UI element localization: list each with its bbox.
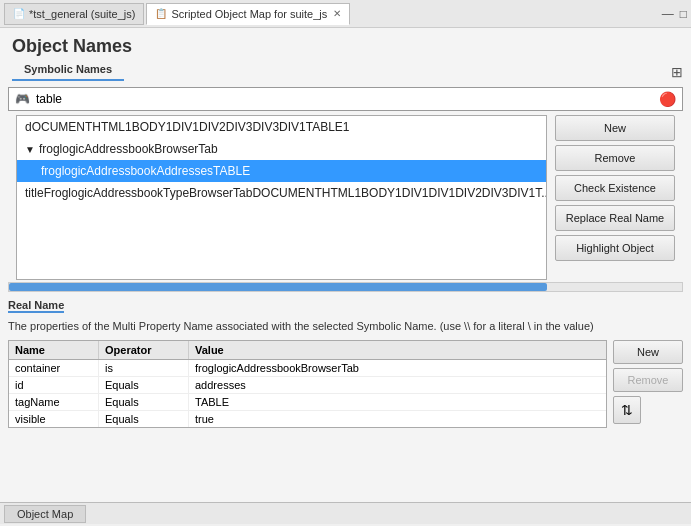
cell-operator: Equals: [99, 394, 189, 410]
search-input[interactable]: [36, 92, 659, 106]
cell-operator: Equals: [99, 377, 189, 393]
bottom-tab-bar: Object Map: [0, 502, 691, 524]
cell-operator: is: [99, 360, 189, 376]
table-area: Name Operator Value container is froglog…: [8, 340, 683, 428]
list-item-selected[interactable]: froglogicAddressbookAddressesTABLE: [17, 160, 546, 182]
move-icon-button[interactable]: ⇅: [613, 396, 641, 424]
grid-icon: ⊞: [671, 64, 683, 80]
scrollbar-thumb: [9, 283, 547, 291]
list-item-label: froglogicAddressbookAddressesTABLE: [41, 164, 250, 178]
list-item[interactable]: dOCUMENTHTML1BODY1DIV1DIV2DIV3DIV3DIV1TA…: [17, 116, 546, 138]
page-title: Object Names: [0, 28, 691, 61]
table-row[interactable]: tagName Equals TABLE: [9, 394, 606, 411]
table-row[interactable]: visible Equals true: [9, 411, 606, 427]
tab-label-2: Scripted Object Map for suite_js: [171, 8, 327, 20]
cell-value: true: [189, 411, 606, 427]
tab-scripted-object-map[interactable]: 📋 Scripted Object Map for suite_js ✕: [146, 3, 350, 25]
minimize-button[interactable]: —: [662, 7, 674, 21]
symbolic-names-label: Symbolic Names: [12, 61, 124, 81]
gamepad-icon: 🎮: [15, 92, 30, 106]
real-name-section: Real Name The properties of the Multi Pr…: [0, 294, 691, 428]
table-header: Name Operator Value: [9, 341, 606, 360]
window-controls: — □: [662, 7, 687, 21]
header-area: Object Names ⊞: [0, 28, 691, 61]
properties-table: Name Operator Value container is froglog…: [8, 340, 607, 428]
check-existence-button[interactable]: Check Existence: [555, 175, 675, 201]
col-header-name: Name: [9, 341, 99, 359]
cell-name: container: [9, 360, 99, 376]
replace-real-name-button[interactable]: Replace Real Name: [555, 205, 675, 231]
tab-icon-1: 📄: [13, 8, 25, 19]
list-item[interactable]: titleFroglogicAddressbookTypeBrowserTabD…: [17, 182, 546, 204]
real-name-label: Real Name: [8, 299, 64, 313]
table-new-button[interactable]: New: [613, 340, 683, 364]
search-bar: 🎮 🔴: [8, 87, 683, 111]
cell-name: visible: [9, 411, 99, 427]
maximize-button[interactable]: □: [680, 7, 687, 21]
col-header-value: Value: [189, 341, 606, 359]
sort-icon: ⇅: [621, 402, 633, 418]
content-area: dOCUMENTHTML1BODY1DIV1DIV2DIV3DIV3DIV1TA…: [8, 115, 683, 280]
tab-label-1: *tst_general (suite_js): [29, 8, 135, 20]
list-item-label: dOCUMENTHTML1BODY1DIV1DIV2DIV3DIV3DIV1TA…: [25, 120, 350, 134]
new-button[interactable]: New: [555, 115, 675, 141]
tab-close-button[interactable]: ✕: [333, 8, 341, 19]
symbolic-names-content: 🎮 🔴 dOCUMENTHTML1BODY1DIV1DIV2DIV3DIV3DI…: [0, 81, 691, 280]
cell-value: froglogicAddressbookBrowserTab: [189, 360, 606, 376]
chevron-down-icon: ▼: [25, 144, 35, 155]
table-row[interactable]: id Equals addresses: [9, 377, 606, 394]
table-action-buttons: New Remove ⇅: [613, 340, 683, 428]
remove-button[interactable]: Remove: [555, 145, 675, 171]
description-text: The properties of the Multi Property Nam…: [8, 317, 683, 340]
cell-value: TABLE: [189, 394, 606, 410]
cell-name: tagName: [9, 394, 99, 410]
tab-icon-2: 📋: [155, 8, 167, 19]
list-item-label: titleFroglogicAddressbookTypeBrowserTabD…: [25, 186, 546, 200]
list-item-label: froglogicAddressbookBrowserTab: [39, 142, 218, 156]
list-item[interactable]: ▼ froglogicAddressbookBrowserTab: [17, 138, 546, 160]
cell-value: addresses: [189, 377, 606, 393]
buttons-panel: New Remove Check Existence Replace Real …: [555, 115, 675, 280]
symbolic-names-list[interactable]: dOCUMENTHTML1BODY1DIV1DIV2DIV3DIV3DIV1TA…: [16, 115, 547, 280]
object-map-tab[interactable]: Object Map: [4, 505, 86, 523]
col-header-operator: Operator: [99, 341, 189, 359]
table-row[interactable]: container is froglogicAddressbookBrowser…: [9, 360, 606, 377]
clear-search-button[interactable]: 🔴: [659, 91, 676, 107]
title-bar: 📄 *tst_general (suite_js) 📋 Scripted Obj…: [0, 0, 691, 28]
cell-name: id: [9, 377, 99, 393]
symbolic-names-section: Symbolic Names: [0, 61, 691, 81]
cell-operator: Equals: [99, 411, 189, 427]
main-container: Object Names ⊞ Symbolic Names 🎮 🔴 dOCUME…: [0, 28, 691, 524]
horizontal-scrollbar[interactable]: [8, 282, 683, 292]
table-remove-button[interactable]: Remove: [613, 368, 683, 392]
highlight-object-button[interactable]: Highlight Object: [555, 235, 675, 261]
tab-tst-general[interactable]: 📄 *tst_general (suite_js): [4, 3, 144, 25]
